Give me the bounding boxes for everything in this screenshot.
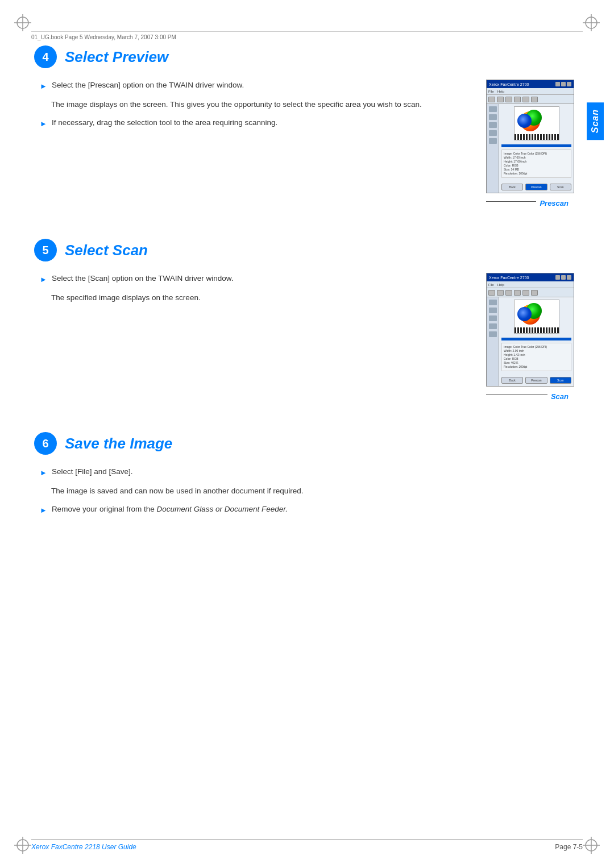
ss5-min-btn xyxy=(555,275,560,280)
footer-title: Xerox FaxCentre 2218 User Guide xyxy=(31,843,136,851)
ss5-footer: Back Prescan Scan xyxy=(499,377,574,384)
ss5-sb-icon-1 xyxy=(489,300,497,305)
screenshot-scan: Xerox FaxCentre 2700 File Help xyxy=(486,273,574,387)
section-4-body: ► Select the [Prescan] option on the TWA… xyxy=(34,80,574,207)
ss5-toolbar xyxy=(487,288,574,297)
tb-btn-2 xyxy=(497,97,504,102)
section-6: 6 Save the Image ► Select [File] and [Sa… xyxy=(34,432,574,522)
section-5-title: Select Scan xyxy=(65,242,148,259)
ss-titlebar: Xerox FaxCentre 2700 xyxy=(487,80,574,88)
tb-btn-6 xyxy=(531,97,538,102)
ss5-sb-icon-5 xyxy=(489,331,497,337)
section-6-title: Save the Image xyxy=(65,435,172,452)
corner-mark-tl xyxy=(14,14,31,31)
ss-title-text: Xerox FaxCentre 2700 xyxy=(489,82,529,86)
menu-file: File xyxy=(488,90,494,93)
section-5-body-text: The specified image displays on the scre… xyxy=(40,292,475,304)
prescan-caption-area: Prescan xyxy=(486,196,574,207)
ss5-tb-btn-4 xyxy=(514,290,521,296)
section-4-bullet-1: ► Select the [Prescan] option on the TWA… xyxy=(40,80,475,92)
section-4: 4 Select Preview ► Select the [Prescan] … xyxy=(34,45,574,207)
bullet-arrow-2: ► xyxy=(40,118,47,130)
ss5-back-btn: Back xyxy=(501,377,523,384)
footer-page: Page 7-5 xyxy=(555,843,583,851)
ss5-prescan-btn: Prescan xyxy=(525,377,547,384)
bullet-6-2-text: Remove your original from the Document G… xyxy=(52,504,288,515)
ss-scan-bar-prescan xyxy=(501,144,571,147)
corner-mark-tr xyxy=(583,14,600,31)
section-5-screenshot: Xerox FaxCentre 2700 File Help xyxy=(486,273,574,401)
bullet-5-1-text: Select the [Scan] option on the TWAIN dr… xyxy=(52,273,234,284)
scan-line xyxy=(486,394,547,395)
section-6-bullet-2: ► Remove your original from the Document… xyxy=(40,504,318,516)
ss5-tb-btn-1 xyxy=(488,290,495,296)
ss5-menu-file: File xyxy=(488,283,494,286)
bullet-arrow-5-1: ► xyxy=(40,274,47,285)
section-6-bullet-1: ► Select [File] and [Save]. xyxy=(40,466,318,479)
ball-blue xyxy=(517,114,532,128)
ss5-menubar: File Help xyxy=(487,281,574,288)
ss-main-area: Image: Color True Color (256 DPI) Width:… xyxy=(499,104,574,193)
ss-min-btn xyxy=(555,82,560,86)
section-6-body-text: The image is saved and can now be used i… xyxy=(40,485,318,497)
section-5-text: ► Select the [Scan] option on the TWAIN … xyxy=(34,273,475,310)
ss5-sidebar xyxy=(487,297,499,386)
ss5-max-btn xyxy=(561,275,566,280)
prescan-line xyxy=(486,201,536,202)
ss-scan-btn: Scan xyxy=(550,184,571,190)
section-5-header: 5 Select Scan xyxy=(34,239,574,261)
tb-btn-4 xyxy=(514,97,521,102)
ss5-titlebar: Xerox FaxCentre 2700 xyxy=(487,273,574,281)
page-footer: Xerox FaxCentre 2218 User Guide Page 7-5 xyxy=(31,839,583,851)
ss5-content: Image: Color True Color (256 DPI) Width:… xyxy=(487,297,574,386)
tb-btn-5 xyxy=(522,97,529,102)
section-5-bullet-1: ► Select the [Scan] option on the TWAIN … xyxy=(40,273,475,285)
ss5-scan-btn: Scan xyxy=(550,377,571,384)
section-6-text: ► Select [File] and [Save]. The image is… xyxy=(34,466,318,522)
sb-icon-5 xyxy=(489,138,497,144)
ss-menubar: File Help xyxy=(487,88,574,95)
scan-caption: Scan xyxy=(551,392,574,401)
ss5-main-area: Image: Color True Color (256 DPI) Width:… xyxy=(499,297,574,386)
ss-info-prescan: Image: Color True Color (256 DPI) Width:… xyxy=(501,149,571,178)
ss5-scan-barcode xyxy=(515,327,559,333)
ss-back-btn: Back xyxy=(501,184,523,190)
section-4-screenshot: Xerox FaxCentre 2700 File Help xyxy=(486,80,574,207)
tb-btn-3 xyxy=(505,97,512,102)
ss5-ball-blue xyxy=(517,307,532,321)
ss5-title-text: Xerox FaxCentre 2700 xyxy=(489,276,529,280)
bullet-arrow-6-1: ► xyxy=(40,467,47,479)
section-4-text: ► Select the [Prescan] option on the TWA… xyxy=(34,80,475,136)
section-4-header: 4 Select Preview xyxy=(34,45,574,68)
section-6-body: ► Select [File] and [Save]. The image is… xyxy=(34,466,574,522)
menu-help: Help xyxy=(497,90,504,93)
ss5-sb-icon-4 xyxy=(489,323,497,329)
ss-content: Image: Color True Color (256 DPI) Width:… xyxy=(487,104,574,193)
prescan-caption: Prescan xyxy=(540,199,574,207)
ss5-close-btn xyxy=(567,275,571,280)
ss-prescan-btn: Prescan xyxy=(525,184,547,190)
ss-footer-prescan: Back Prescan Scan xyxy=(499,184,574,190)
ss5-tb-btn-6 xyxy=(531,290,538,296)
scan-caption-area: Scan xyxy=(486,389,574,401)
bullet-arrow-6-2: ► xyxy=(40,505,47,516)
ss-image-area xyxy=(514,106,559,140)
sb-icon-3 xyxy=(489,122,497,128)
corner-mark-br xyxy=(583,837,600,854)
scan-tab: Scan xyxy=(587,102,604,140)
ss-toolbar xyxy=(487,95,574,104)
ss-close-btn xyxy=(567,82,571,86)
section-5: 5 Select Scan ► Select the [Scan] option… xyxy=(34,239,574,401)
ss5-sb-icon-2 xyxy=(489,308,497,313)
scan-barcode xyxy=(515,134,559,140)
ss5-tb-btn-5 xyxy=(522,290,529,296)
bullet-arrow-1: ► xyxy=(40,81,47,92)
ss5-titlebar-buttons xyxy=(555,275,571,280)
ss5-info: Image: Color True Color (256 DPI) Width:… xyxy=(501,343,571,371)
ss-titlebar-buttons xyxy=(555,82,571,86)
ss5-menu-help: Help xyxy=(497,283,504,286)
step-4-circle: 4 xyxy=(34,45,57,68)
ss-sidebar xyxy=(487,104,499,193)
bullet-2-text: If necessary, drag the selection tool to… xyxy=(52,117,278,128)
tb-btn-1 xyxy=(488,97,495,102)
